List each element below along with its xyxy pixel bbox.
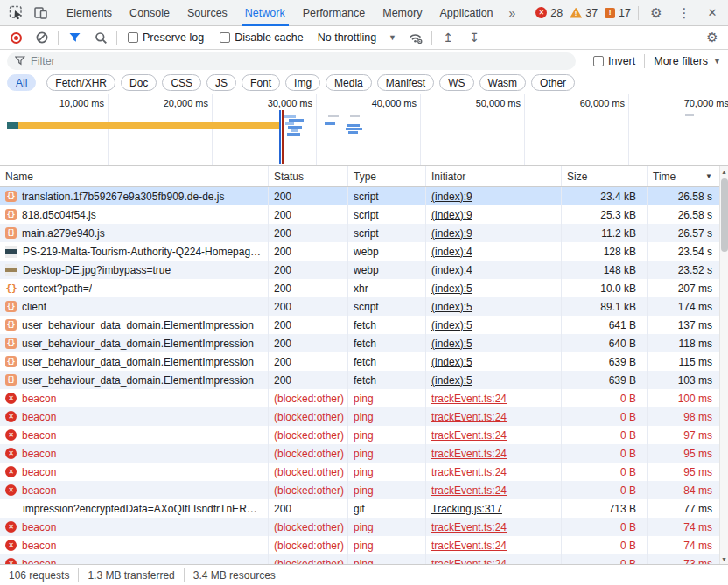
more-tabs-icon[interactable]: »	[502, 0, 523, 26]
invert-checkbox[interactable]: Invert	[593, 55, 635, 67]
close-devtools-icon[interactable]: ✕	[702, 3, 723, 24]
status-cell: (blocked:other)	[269, 536, 348, 554]
table-row[interactable]: impression?encryptedData=AXoQIfLIsndfrTn…	[0, 499, 728, 518]
table-row[interactable]: ✕beacon(blocked:other)pingtrackEvent.ts:…	[0, 389, 728, 407]
chip-media[interactable]: Media	[326, 74, 372, 91]
tab-application[interactable]: Application	[430, 0, 501, 26]
timeline-gridline	[420, 94, 421, 165]
tab-sources[interactable]: Sources	[178, 0, 236, 26]
initiator-link[interactable]: trackEvent.ts:24	[431, 411, 507, 423]
preserve-log-checkbox[interactable]: Preserve log	[122, 31, 209, 44]
table-row[interactable]: {}translation.1f7b59267e9a305fb909.de-de…	[0, 187, 728, 205]
table-row[interactable]: ✕beacon(blocked:other)pingtrackEvent.ts:…	[0, 407, 728, 426]
chip-manifest[interactable]: Manifest	[377, 74, 434, 91]
column-header-name[interactable]: Name	[0, 166, 269, 186]
initiator-link[interactable]: trackEvent.ts:24	[431, 393, 507, 405]
kebab-menu-icon[interactable]: ⋮	[674, 3, 695, 24]
warning-count-badge[interactable]: ! 37	[570, 7, 598, 19]
initiator-link[interactable]: (index):9	[431, 227, 472, 240]
initiator-link[interactable]: (index):5	[431, 338, 472, 350]
column-header-size[interactable]: Size	[562, 166, 648, 186]
initiator-link[interactable]: (index):5	[431, 319, 472, 331]
chip-wasm[interactable]: Wasm	[480, 74, 527, 91]
issues-count-badge[interactable]: ! 17	[605, 7, 631, 19]
table-row[interactable]: ✕beacon(blocked:other)pingtrackEvent.ts:…	[0, 426, 728, 444]
export-har-icon[interactable]: ↧	[464, 27, 485, 48]
filter-input[interactable]: Filter	[7, 52, 576, 70]
device-toolbar-icon[interactable]	[30, 3, 51, 24]
tab-elements[interactable]: Elements	[58, 0, 121, 26]
initiator-link[interactable]: (index):5	[431, 282, 472, 295]
initiator-link[interactable]: (index):9	[431, 191, 472, 203]
table-row[interactable]: ✕beacon(blocked:other)pingtrackEvent.ts:…	[0, 481, 728, 499]
scroll-up-icon[interactable]: ▲	[721, 166, 727, 177]
table-row[interactable]: {}user_behaviour_data_domain.ElementImpr…	[0, 352, 728, 371]
table-row[interactable]: PS-219-Malta-Tourism-Authority-Q224-Home…	[0, 242, 728, 261]
vertical-scrollbar[interactable]: ▲ ▼	[719, 166, 728, 564]
chip-all[interactable]: All	[7, 74, 36, 91]
tab-console[interactable]: Console	[121, 0, 178, 26]
table-row[interactable]: Desktop-DE.jpg?imbypass=true200webp(inde…	[0, 261, 728, 279]
network-conditions-icon[interactable]	[405, 27, 426, 48]
table-row[interactable]: ✕beacon(blocked:other)pingtrackEvent.ts:…	[0, 554, 728, 564]
table-row[interactable]: {}818.d5c04f54.js200script(index):925.3 …	[0, 205, 728, 224]
column-header-status[interactable]: Status	[269, 166, 348, 186]
column-header-initiator[interactable]: Initiator	[426, 166, 562, 186]
record-network-log-icon[interactable]	[5, 27, 26, 48]
initiator-link[interactable]: (index):4	[431, 264, 472, 276]
table-row[interactable]: {}context?path=/200xhr(index):510.0 kB20…	[0, 279, 728, 297]
import-har-icon[interactable]: ↥	[438, 27, 458, 48]
initiator-link[interactable]: trackEvent.ts:24	[431, 484, 507, 497]
initiator-link[interactable]: trackEvent.ts:24	[431, 429, 507, 442]
time-cell: 97 ms	[648, 426, 719, 444]
chip-doc[interactable]: Doc	[121, 74, 157, 91]
inspect-element-icon[interactable]	[5, 3, 26, 24]
table-row[interactable]: {}user_behaviour_data_domain.ElementImpr…	[0, 316, 728, 334]
table-row[interactable]: ✕beacon(blocked:other)pingtrackEvent.ts:…	[0, 463, 728, 481]
initiator-link[interactable]: (index):5	[431, 374, 472, 387]
initiator-link[interactable]: trackEvent.ts:24	[431, 521, 507, 533]
throttling-select[interactable]: No throttling ▼	[314, 31, 400, 44]
chip-other[interactable]: Other	[531, 74, 575, 91]
initiator-link[interactable]: trackEvent.ts:24	[431, 466, 507, 478]
disable-cache-checkbox[interactable]: Disable cache	[214, 31, 309, 44]
tab-performance[interactable]: Performance	[294, 0, 374, 26]
clear-network-log-icon[interactable]	[32, 27, 52, 48]
table-row[interactable]: {}user_behaviour_data_domain.ElementImpr…	[0, 371, 728, 389]
scrollbar-thumb[interactable]	[721, 178, 728, 252]
settings-gear-icon[interactable]: ⚙	[646, 3, 667, 24]
initiator-link[interactable]: (index):5	[431, 356, 472, 368]
chip-js[interactable]: JS	[206, 74, 236, 91]
column-header-time[interactable]: Time ▼	[648, 166, 719, 186]
initiator-link[interactable]: (index):4	[431, 246, 472, 258]
scroll-down-icon[interactable]: ▼	[721, 554, 727, 564]
table-row[interactable]: {}user_behaviour_data_domain.ElementImpr…	[0, 334, 728, 352]
type-cell: ping	[348, 407, 426, 426]
initiator-link[interactable]: (index):5	[431, 301, 472, 313]
initiator-link[interactable]: trackEvent.ts:24	[431, 558, 507, 565]
column-header-type[interactable]: Type	[348, 166, 426, 186]
chip-css[interactable]: CSS	[162, 74, 201, 91]
tab-network[interactable]: Network	[236, 0, 294, 26]
error-count-badge[interactable]: ✕ 28	[536, 7, 563, 19]
chip-fetch-xhr[interactable]: Fetch/XHR	[46, 74, 116, 91]
search-icon[interactable]	[90, 27, 111, 48]
initiator-link[interactable]: Tracking.js:317	[431, 503, 502, 515]
table-row[interactable]: ✕beacon(blocked:other)pingtrackEvent.ts:…	[0, 536, 728, 554]
chip-img[interactable]: Img	[285, 74, 320, 91]
initiator-link[interactable]: trackEvent.ts:24	[431, 540, 507, 552]
table-row[interactable]: {}main.a279e940.js200script(index):911.2…	[0, 224, 728, 242]
initiator-link[interactable]: (index):9	[431, 209, 472, 221]
chip-font[interactable]: Font	[242, 74, 280, 91]
tab-memory[interactable]: Memory	[374, 0, 430, 26]
type-cell: webp	[348, 242, 426, 261]
table-row[interactable]: ✕beacon(blocked:other)pingtrackEvent.ts:…	[0, 518, 728, 536]
more-filters-button[interactable]: More filters ▼	[654, 55, 721, 67]
network-overview-timeline[interactable]: 10,000 ms20,000 ms30,000 ms40,000 ms50,0…	[0, 94, 728, 166]
table-row[interactable]: {}client200script(index):589.1 kB174 ms	[0, 297, 728, 316]
table-row[interactable]: ✕beacon(blocked:other)pingtrackEvent.ts:…	[0, 444, 728, 463]
initiator-link[interactable]: trackEvent.ts:24	[431, 448, 507, 460]
filter-funnel-icon[interactable]	[64, 27, 85, 48]
chip-ws[interactable]: WS	[439, 74, 473, 91]
network-settings-gear-icon[interactable]: ⚙	[702, 27, 723, 48]
